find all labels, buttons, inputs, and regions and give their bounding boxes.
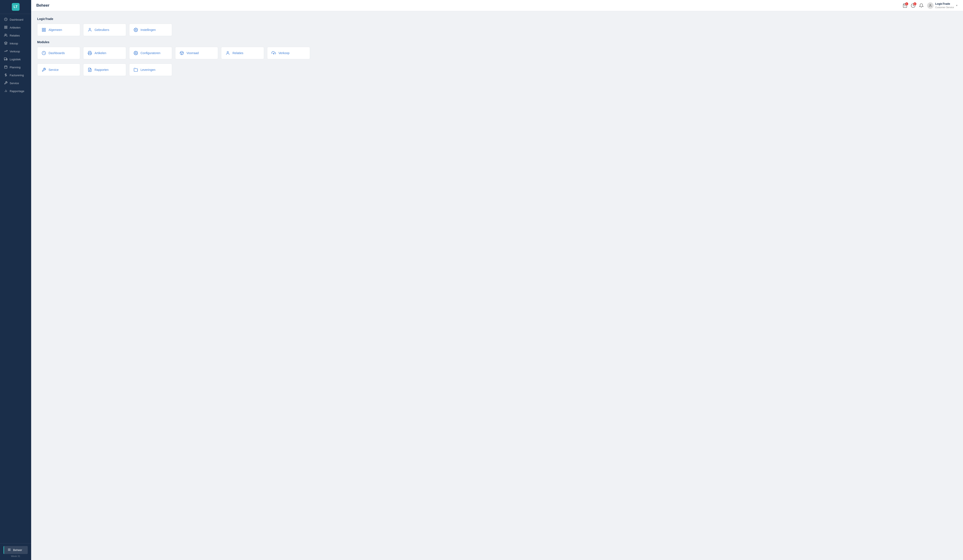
sidebar-item-facturering[interactable]: Facturering [0, 71, 31, 79]
modules-cards-row-1: Dashboards Artikelen Configuratoren [37, 47, 957, 59]
sidebar-bottom: Beheer Week 31 [0, 543, 31, 560]
card-verkoop-module[interactable]: Verkoop [267, 47, 310, 59]
notification-button[interactable] [919, 3, 924, 8]
svg-point-34 [227, 52, 229, 53]
sidebar-item-logistiek[interactable]: Logistiek [0, 55, 31, 63]
sidebar-item-label: Inkoop [10, 42, 18, 45]
card-label: Instellingen [141, 28, 156, 32]
card-label: Algemeen [49, 28, 62, 32]
svg-rect-1 [5, 26, 6, 27]
svg-marker-7 [6, 58, 8, 60]
chevron-down-icon: ▼ [956, 4, 958, 6]
sidebar: LT Dashboard Artikelen Relaties [0, 0, 31, 560]
svg-rect-6 [4, 58, 6, 60]
card-voorraad[interactable]: Voorraad [175, 47, 218, 59]
cart-button[interactable]: 1 [903, 3, 907, 8]
svg-point-8 [5, 60, 5, 60]
logictrade-cards-row: Algemeen Gebruikers Instellingen [37, 24, 957, 36]
card-label: Voorraad [186, 51, 199, 55]
modules-section: Modules Dashboards Artikelen [37, 40, 957, 76]
card-artikelen-module[interactable]: Artikelen [83, 47, 126, 59]
sidebar-item-label: Facturering [10, 74, 24, 77]
sidebar-item-rapportage[interactable]: Rapportage [0, 87, 31, 95]
logistiek-icon [4, 57, 8, 62]
svg-rect-10 [5, 66, 7, 68]
svg-point-29 [135, 29, 136, 31]
clock-badge: 2 [913, 2, 916, 5]
user-menu[interactable]: LogicTrade Customer Service ▼ [927, 2, 958, 9]
header-right: 1 2 LogicTrade Customer Service ▼ [903, 2, 958, 9]
card-service-module[interactable]: Service [37, 63, 80, 76]
upload-icon [272, 51, 276, 55]
svg-rect-25 [44, 28, 45, 30]
user-name: LogicTrade [935, 2, 954, 6]
card-configuratoren[interactable]: Configuratoren [129, 47, 172, 59]
sidebar-item-label: Relaties [10, 34, 20, 37]
svg-point-23 [930, 4, 931, 5]
svg-rect-26 [44, 30, 45, 32]
sidebar-item-label: Rapportage [10, 89, 24, 93]
gear-icon [134, 28, 138, 32]
sidebar-item-verkoop[interactable]: Verkoop [0, 47, 31, 55]
sidebar-item-inkoop[interactable]: Inkoop [0, 39, 31, 47]
sidebar-item-dashboard[interactable]: Dashboard [0, 16, 31, 24]
card-label: Dashboards [49, 51, 65, 55]
boxes-icon [180, 51, 184, 55]
sidebar-item-label: Planning [10, 66, 21, 69]
header: Beheer 1 2 LogicTrade [31, 0, 963, 11]
sidebar-item-service[interactable]: Service [0, 79, 31, 87]
wrench-icon [42, 68, 46, 72]
modules-cards-row-2: Service Rapporten Leveringen [37, 63, 957, 76]
svg-rect-4 [5, 28, 6, 29]
sidebar-item-beheer[interactable]: Beheer [3, 546, 28, 554]
person-icon [225, 51, 230, 55]
rapportage-icon [4, 89, 8, 93]
card-label: Gebruikers [94, 28, 109, 32]
sidebar-item-planning[interactable]: Planning [0, 63, 31, 71]
sidebar-item-artikelen[interactable]: Artikelen [0, 24, 31, 32]
card-leveringen[interactable]: Leveringen [129, 63, 172, 76]
card-label: Leveringen [141, 68, 156, 71]
artikelen-icon [4, 26, 8, 30]
logo-text: LT [13, 5, 18, 9]
relaties-icon [4, 34, 8, 37]
user-role: Customer Service [935, 6, 954, 9]
sidebar-item-label: Artikelen [10, 26, 21, 29]
page-title: Beheer [36, 3, 49, 8]
main-content: Beheer 1 2 LogicTrade [31, 0, 963, 560]
svg-point-28 [89, 28, 91, 30]
card-relaties-module[interactable]: Relaties [221, 47, 264, 59]
card-label: Configuratoren [141, 51, 160, 55]
folder-icon [134, 68, 138, 72]
sidebar-item-label: Dashboard [10, 18, 23, 21]
sidebar-item-relaties[interactable]: Relaties [0, 32, 31, 39]
svg-rect-31 [89, 53, 91, 55]
sidebar-nav: Dashboard Artikelen Relaties Inkoop [0, 14, 31, 543]
card-rapporten[interactable]: Rapporten [83, 63, 126, 76]
logo-box[interactable]: LT [12, 3, 19, 11]
svg-point-32 [135, 53, 136, 54]
user-text: LogicTrade Customer Service [935, 2, 954, 9]
verkoop-icon [4, 49, 8, 53]
svg-point-9 [6, 60, 7, 60]
grid-icon [42, 28, 46, 32]
cart-badge: 1 [905, 2, 908, 5]
svg-rect-24 [42, 28, 44, 30]
card-instellingen[interactable]: Instellingen [129, 24, 172, 36]
logictrade-section-title: LogicTrade [37, 17, 957, 21]
document-icon [88, 68, 92, 72]
clock-button[interactable]: 2 [911, 3, 916, 8]
settings-alt-icon [134, 51, 138, 55]
logictrade-section: LogicTrade Algemeen Gebruikers [37, 17, 957, 36]
facturering-icon [4, 73, 8, 77]
sidebar-logo: LT [0, 0, 31, 14]
card-label: Rapporten [94, 68, 109, 71]
card-gebruikers[interactable]: Gebruikers [83, 24, 126, 36]
sidebar-item-label: Service [10, 82, 19, 85]
card-label: Service [49, 68, 58, 71]
sidebar-bottom-label: Beheer [13, 549, 22, 552]
card-dashboards[interactable]: Dashboards [37, 47, 80, 59]
card-algemeen[interactable]: Algemeen [37, 24, 80, 36]
card-label: Verkoop [279, 51, 289, 55]
svg-rect-2 [6, 26, 7, 27]
